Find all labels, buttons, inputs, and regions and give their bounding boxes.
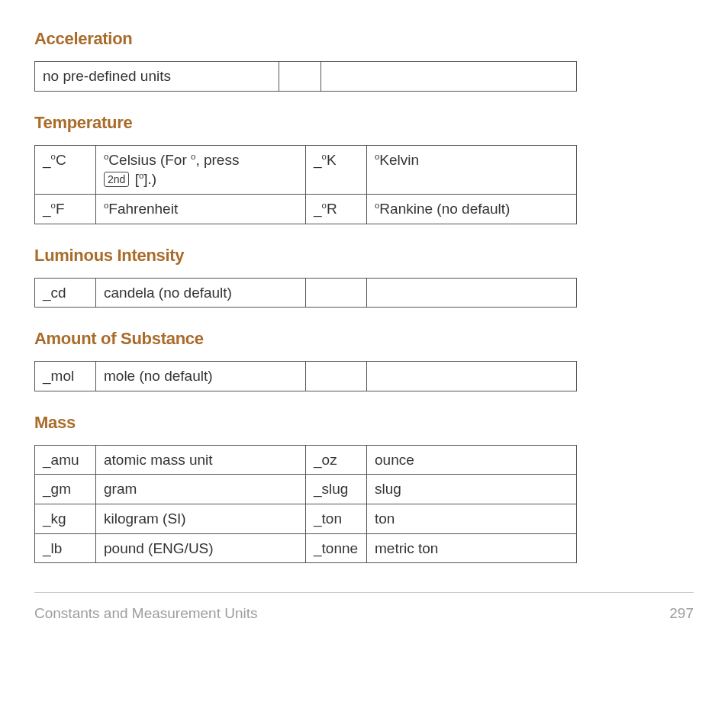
cell-symbol: _gm <box>35 475 96 504</box>
heading-temperature: Temperature <box>34 113 694 133</box>
cell-desc: ton <box>367 504 577 534</box>
table-luminous: _cd candela (no default) <box>34 278 577 308</box>
table-row: _amu atomic mass unit _oz ounce <box>35 445 577 475</box>
cell-symbol: _cd <box>35 278 96 308</box>
page-footer: Constants and Measurement Units 297 <box>34 605 694 622</box>
footer-title: Constants and Measurement Units <box>34 605 258 622</box>
heading-luminous: Luminous Intensity <box>34 246 694 266</box>
table-row: no pre-defined units <box>35 62 577 92</box>
cell-symbol: _amu <box>35 445 96 475</box>
kbd-deg: [o] <box>135 171 148 187</box>
cell-empty <box>367 362 577 391</box>
cell-desc: metric ton <box>367 533 577 563</box>
cell-empty <box>321 62 577 92</box>
table-row: _cd candela (no default) <box>35 278 577 308</box>
cell-desc: candela (no default) <box>96 278 306 308</box>
cell-symbol: _oC <box>35 145 96 194</box>
cell-symbol: _kg <box>35 504 96 534</box>
cell-desc: slug <box>367 475 577 504</box>
table-row: _mol mole (no default) <box>35 362 577 391</box>
cell-symbol: _tonne <box>306 533 367 563</box>
cell-desc: kilogram (SI) <box>96 504 306 534</box>
cell-symbol: _oK <box>306 145 367 194</box>
cell-empty <box>306 362 367 391</box>
cell-symbol: _oz <box>306 445 367 475</box>
cell-empty <box>279 62 321 92</box>
cell-text: no pre-defined units <box>35 62 279 92</box>
table-row: _oF oFahrenheit _oR oRankine (no default… <box>35 194 577 224</box>
cell-symbol: _mol <box>35 362 96 391</box>
cell-desc: mole (no default) <box>96 362 306 391</box>
cell-empty <box>367 278 577 308</box>
cell-desc: pound (ENG/US) <box>96 533 306 563</box>
cell-desc: oKelvin <box>367 145 577 194</box>
cell-desc: oFahrenheit <box>96 194 306 224</box>
table-acceleration: no pre-defined units <box>34 61 577 92</box>
table-row: _oC oCelsius (For o, press 2nd [o].) _oK… <box>35 145 577 194</box>
cell-symbol: _oR <box>306 194 367 224</box>
table-amount: _mol mole (no default) <box>34 361 577 391</box>
footer-page-number: 297 <box>669 605 694 622</box>
cell-desc: gram <box>96 475 306 504</box>
cell-text: .) <box>148 171 157 187</box>
cell-desc: ounce <box>367 445 577 475</box>
heading-mass: Mass <box>34 413 694 433</box>
cell-symbol: _ton <box>306 504 367 534</box>
cell-desc: atomic mass unit <box>96 445 306 475</box>
kbd-2nd: 2nd <box>104 172 129 187</box>
cell-symbol: _oF <box>35 194 96 224</box>
cell-desc: oRankine (no default) <box>367 194 577 224</box>
table-mass: _amu atomic mass unit _oz ounce _gm gram… <box>34 445 577 564</box>
cell-desc: oCelsius (For o, press 2nd [o].) <box>96 145 306 194</box>
table-row: _gm gram _slug slug <box>35 475 577 504</box>
cell-symbol: _slug <box>306 475 367 504</box>
footer-rule <box>34 592 694 593</box>
table-row: _lb pound (ENG/US) _tonne metric ton <box>35 533 577 563</box>
table-row: _kg kilogram (SI) _ton ton <box>35 504 577 534</box>
heading-acceleration: Acceleration <box>34 29 694 49</box>
cell-symbol: _lb <box>35 533 96 563</box>
heading-amount: Amount of Substance <box>34 329 694 349</box>
table-temperature: _oC oCelsius (For o, press 2nd [o].) _oK… <box>34 145 577 224</box>
cell-empty <box>306 278 367 308</box>
